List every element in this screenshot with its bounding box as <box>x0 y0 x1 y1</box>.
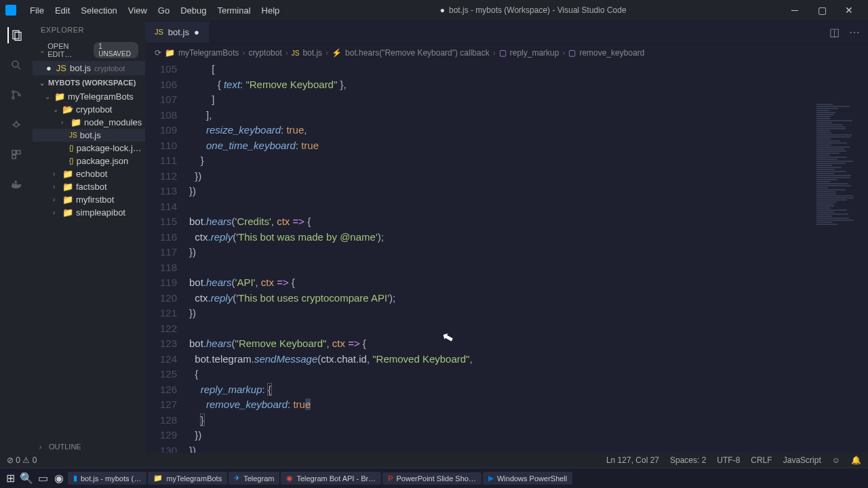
search-icon[interactable] <box>8 57 24 73</box>
status-errors[interactable]: ⊘ 0 ⚠ 0 <box>7 455 37 465</box>
menu-selection[interactable]: Selection <box>75 3 122 18</box>
status-lang[interactable]: JavaScript <box>783 455 821 465</box>
taskbar-folder[interactable]: 📁myTelegramBots <box>148 472 227 485</box>
editor: JS bot.js ● ◫ ⋯ ⟳ 📁myTelegramBots› crypt… <box>145 20 868 468</box>
window-title: ●bot.js - mybots (Workspace) - Visual St… <box>285 5 781 15</box>
unsaved-badge: 1 UNSAVED <box>94 42 138 58</box>
start-button[interactable]: ⊞ <box>3 471 18 486</box>
debug-icon[interactable] <box>8 117 24 133</box>
explorer-icon[interactable] <box>7 27 24 43</box>
taskbar-vscode[interactable]: ▮bot.js - mybots (… <box>68 472 146 485</box>
status-bar: ⊘ 0 ⚠ 0 Ln 127, Col 27 Spaces: 2 UTF-8 C… <box>0 453 868 468</box>
taskbar-telegram[interactable]: ✈Telegram <box>229 472 279 485</box>
code-area[interactable]: 105 106 107 108 109 110 111 112 113 114 … <box>145 62 868 468</box>
menu-debug[interactable]: Debug <box>175 3 212 18</box>
tree-folder-factsbot[interactable]: ›📁factsbot <box>33 180 145 193</box>
window-controls: ─ ▢ ✕ <box>781 5 863 16</box>
tree-node-modules[interactable]: ›📁node_modules <box>33 116 145 129</box>
menu-go[interactable]: Go <box>153 3 175 18</box>
tree-file-pkg[interactable]: {}package.json <box>33 155 145 167</box>
line-gutter: 105 106 107 108 109 110 111 112 113 114 … <box>145 62 189 468</box>
vscode-logo-icon <box>5 5 16 16</box>
titlebar: File Edit Selection View Go Debug Termin… <box>0 0 868 20</box>
taskbar-search-icon[interactable]: 🔍 <box>19 471 34 486</box>
svg-point-4 <box>12 91 14 93</box>
svg-point-5 <box>12 97 14 99</box>
task-view-icon[interactable]: ▭ <box>35 471 50 486</box>
open-editors-header[interactable]: ⌄ OPEN EDIT… 1 UNSAVED <box>33 39 145 61</box>
tab-unsaved-icon[interactable]: ● <box>194 27 199 37</box>
svg-point-7 <box>14 123 18 127</box>
sidebar: EXPLORER ⌄ OPEN EDIT… 1 UNSAVED JS bot.j… <box>33 20 145 468</box>
breadcrumb[interactable]: ⟳ 📁myTelegramBots› cryptobot› JSbot.js› … <box>145 44 868 62</box>
menu-file[interactable]: File <box>24 3 50 18</box>
tree-file-botjs[interactable]: JSbot.js <box>33 129 145 142</box>
svg-rect-13 <box>12 155 16 159</box>
svg-rect-12 <box>17 150 20 154</box>
docker-icon[interactable] <box>8 176 24 192</box>
status-cursor[interactable]: Ln 127, Col 27 <box>606 455 659 465</box>
taskbar-powershell[interactable]: ▶Windows PowerShell <box>483 472 572 485</box>
activity-bar <box>0 20 33 468</box>
tab-bar: JS bot.js ● ◫ ⋯ <box>145 20 868 44</box>
source-control-icon[interactable] <box>8 87 24 103</box>
tree-folder-echobot[interactable]: ›📁echobot <box>33 167 145 180</box>
extensions-icon[interactable] <box>8 146 24 163</box>
split-editor-icon[interactable]: ◫ <box>829 26 840 39</box>
open-editor-file[interactable]: JS bot.js cryptobot <box>33 61 145 75</box>
menu-terminal[interactable]: Terminal <box>212 3 256 18</box>
svg-point-2 <box>12 61 18 67</box>
status-spaces[interactable]: Spaces: 2 <box>670 455 706 465</box>
taskbar-browser[interactable]: ◉Telegram Bot API - Br… <box>281 472 381 485</box>
code-content[interactable]: [ { text: "Remove Keyboard" }, ] ], resi… <box>189 62 868 468</box>
svg-rect-16 <box>15 181 17 183</box>
tree-folder-root[interactable]: ⌄📁myTelegramBots <box>33 90 145 103</box>
menu-view[interactable]: View <box>123 3 153 18</box>
svg-line-3 <box>18 66 20 69</box>
minimize-button[interactable]: ─ <box>781 5 808 16</box>
taskbar: ⊞ 🔍 ▭ ◉ ▮bot.js - mybots (… 📁myTelegramB… <box>0 468 868 488</box>
menu-bar: File Edit Selection View Go Debug Termin… <box>24 3 285 18</box>
status-encoding[interactable]: UTF-8 <box>717 455 740 465</box>
close-button[interactable]: ✕ <box>835 5 863 16</box>
menu-help[interactable]: Help <box>256 3 285 18</box>
svg-rect-11 <box>12 150 16 154</box>
chrome-icon[interactable]: ◉ <box>52 471 66 486</box>
taskbar-powerpoint[interactable]: PPowerPoint Slide Sho… <box>382 472 481 485</box>
maximize-button[interactable]: ▢ <box>808 5 835 16</box>
tree-folder-myfirstbot[interactable]: ›📁myfirstbot <box>33 193 145 206</box>
tab-botjs[interactable]: JS bot.js ● <box>145 22 209 43</box>
tree-folder-simpleapibot[interactable]: ›📁simpleapibot <box>33 206 145 219</box>
tree-folder-cryptobot[interactable]: ⌄📂cryptobot <box>33 103 145 116</box>
workspace-header[interactable]: ⌄MYBOTS (WORKSPACE) <box>33 75 145 90</box>
status-feedback-icon[interactable]: ☺ <box>832 455 840 465</box>
svg-point-6 <box>18 94 20 96</box>
status-eol[interactable]: CRLF <box>751 455 772 465</box>
menu-edit[interactable]: Edit <box>50 3 75 18</box>
more-actions-icon[interactable]: ⋯ <box>849 26 860 39</box>
minimap[interactable] <box>814 103 868 468</box>
tree-file-pkglock[interactable]: {}package-lock.j… <box>33 142 145 155</box>
explorer-title: EXPLORER <box>33 20 145 39</box>
status-bell-icon[interactable]: 🔔 <box>851 455 861 465</box>
